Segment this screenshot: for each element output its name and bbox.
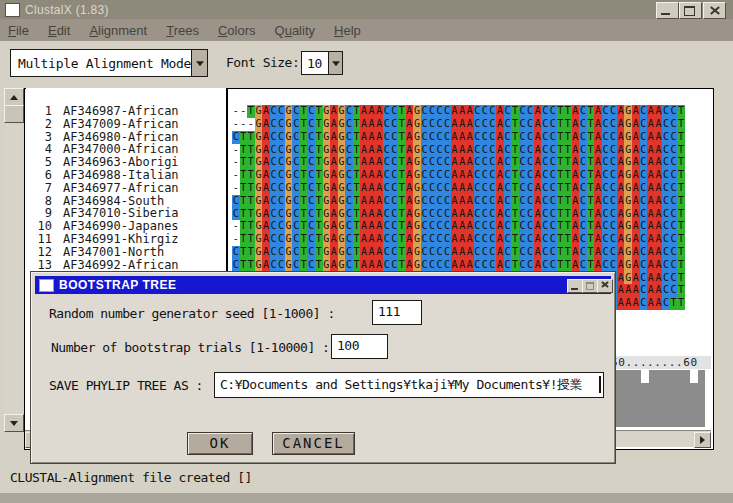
position-ruler-text: 50........60: [611, 356, 698, 369]
bootstrap-tree-dialog: BOOTSTRAP TREE Random number generator s…: [30, 271, 616, 464]
vertical-scrollbar-thumb[interactable]: [4, 105, 24, 123]
font-size-label: Font Size:: [226, 55, 299, 70]
window-titlebar[interactable]: ClustalX (1.83): [0, 0, 733, 19]
close-icon: [601, 282, 609, 291]
window-bottom-edge: [0, 493, 733, 503]
menu-bar: FileEditAlignmentTreesColorsQualityHelp: [0, 19, 733, 41]
sequence-row: CTTGACCGCTCTGAGCTAAACCTAGCCCCAAACCCACTCC…: [232, 245, 685, 258]
menu-colors[interactable]: Colors: [218, 23, 256, 38]
save-path-value: C:¥Documents and Settings¥tkaji¥My Docum…: [220, 376, 582, 394]
dialog-title: BOOTSTRAP TREE: [59, 278, 176, 292]
sequence-row: CTTGACCGCTCTGAGCTAAACCTAGCCCCAAACCCACTCC…: [232, 130, 685, 143]
sequence-row: -TTGACCGCTCTGAGCTAAACCTAGCCCCAAACCCACTCC…: [232, 142, 685, 155]
close-icon: [709, 6, 720, 15]
toolbar: Multiple Alignment Mode Font Size: 10: [0, 41, 733, 86]
sequence-row: CTTGACCGCTCTGAGCTAAACCTAGCCCCAAACCCACTCC…: [232, 206, 685, 219]
app-icon: [5, 3, 20, 17]
sequence-row: CTTGACCGCTCTGAGCTAAACCTAGCCCCAAACCCACTCC…: [232, 258, 685, 271]
sequence-name-row[interactable]: 4AF347000-African: [26, 142, 179, 155]
menu-alignment[interactable]: Alignment: [89, 23, 147, 38]
sequence-name-row[interactable]: 1AF346987-African: [26, 104, 179, 117]
sequence-row: -TTGACCGCTCTGAGCTAAACCTAGCCCCAAACCCACTCC…: [232, 181, 685, 194]
font-size-dropdown-button[interactable]: [328, 52, 342, 74]
sequence-name-row[interactable]: 10AF346990-Japanes: [26, 219, 179, 232]
font-size-select[interactable]: 10: [301, 51, 343, 75]
font-size-value: 10: [302, 56, 328, 71]
sequence-name-row[interactable]: 7AF346977-African: [26, 181, 179, 194]
maximize-icon: [586, 282, 594, 290]
minimize-icon: [571, 288, 578, 290]
menu-trees[interactable]: Trees: [166, 23, 199, 38]
sequence-name-row[interactable]: 8AF346984-South: [26, 194, 164, 207]
sequence-name-row[interactable]: 9AF347010-Siberia: [26, 206, 179, 219]
cancel-button[interactable]: CANCEL: [272, 432, 355, 455]
chevron-down-icon: [196, 61, 204, 66]
seed-input[interactable]: 111: [372, 300, 422, 325]
sequence-name-row[interactable]: 13AF346992-African: [26, 258, 179, 271]
menu-edit[interactable]: Edit: [48, 23, 70, 38]
save-path-input[interactable]: C:¥Documents and Settings¥tkaji¥My Docum…: [214, 372, 604, 398]
mode-select-value: Multiple Alignment Mode: [11, 56, 191, 71]
sequence-name-row[interactable]: 2AF347009-African: [26, 117, 179, 130]
save-path-label: SAVE PHYLIP TREE AS :: [49, 378, 203, 393]
scroll-down-button[interactable]: [4, 414, 24, 432]
dialog-icon: [39, 279, 54, 292]
ok-button[interactable]: OK: [187, 432, 253, 455]
trials-input[interactable]: 100: [331, 334, 388, 359]
trials-value: 100: [337, 338, 359, 353]
menu-quality[interactable]: Quality: [275, 23, 315, 38]
vertical-scrollbar[interactable]: [4, 88, 22, 431]
menu-help[interactable]: Help: [334, 23, 361, 38]
dialog-close-button[interactable]: [597, 279, 613, 293]
seed-value: 111: [378, 304, 400, 319]
sequence-row: ---GACCGCTCTGAGCTAAACCTAGCCCCAAACCCACTCC…: [232, 117, 685, 130]
sequence-name-row[interactable]: 6AF346988-Italian: [26, 168, 179, 181]
mode-select-dropdown-button[interactable]: [191, 50, 207, 76]
scroll-up-button[interactable]: [4, 88, 24, 106]
text-cursor: [599, 376, 601, 393]
window-title: ClustalX (1.83): [25, 3, 109, 17]
close-button[interactable]: [703, 2, 726, 19]
dialog-maximize-button[interactable]: [582, 279, 598, 293]
sequence-row: -TTGACCGCTCTGAGCTAAACCTAGCCCCAAACCCACTCC…: [232, 155, 685, 168]
mode-select[interactable]: Multiple Alignment Mode: [10, 49, 208, 77]
sequence-name-row[interactable]: 12AF347001-North: [26, 245, 164, 258]
trials-label: Number of bootstrap trials [1-10000] :: [51, 340, 329, 355]
clustalx-window: ClustalX (1.83) FileEditAlignmentTreesCo…: [0, 0, 733, 503]
sequence-name-row[interactable]: 3AF346980-African: [26, 130, 179, 143]
scroll-right-button[interactable]: [694, 432, 711, 448]
maximize-button[interactable]: [679, 2, 702, 19]
histogram-notch: [641, 370, 649, 383]
sequence-row: -TTGACCGCTCTGAGCTAAACCTAGCCCCAAACCCACTCC…: [232, 168, 685, 181]
chevron-down-icon: [332, 61, 340, 66]
minimize-icon: [661, 13, 670, 15]
arrow-up-icon: [10, 95, 18, 100]
sequence-name-row[interactable]: 5AF346963-Aborigi: [26, 155, 179, 168]
dialog-minimize-button[interactable]: [567, 279, 583, 293]
seed-label: Random number generator seed [1-1000] :: [49, 306, 335, 321]
sequence-row: --TGACCGCTCTGAGCTAAACCTAGCCCCAAACCCACTCC…: [232, 104, 685, 117]
arrow-right-icon: [700, 436, 705, 444]
minimize-button[interactable]: [656, 2, 679, 19]
status-text: CLUSTAL-Alignment file created []: [10, 470, 252, 485]
arrow-down-icon: [10, 421, 18, 426]
histogram-notch: [690, 370, 698, 383]
sequence-name-row[interactable]: 11AF346991-Khirgiz: [26, 232, 179, 245]
sequence-row: -TTGACCGCTCTGAGCTAAACCTAGCCCCAAACCCACTCC…: [232, 219, 685, 232]
sequence-row: CTTGACCGCTCTGAGCTAAACCTAGCCCCAAACCCACTCC…: [232, 194, 685, 207]
sequence-row: -TTGACCGCTCTGAGCTAAACCTAGCCCCAAACCCACTCC…: [232, 232, 685, 245]
menu-file[interactable]: File: [8, 23, 29, 38]
dialog-titlebar[interactable]: BOOTSTRAP TREE: [35, 276, 611, 294]
maximize-icon: [684, 6, 695, 16]
